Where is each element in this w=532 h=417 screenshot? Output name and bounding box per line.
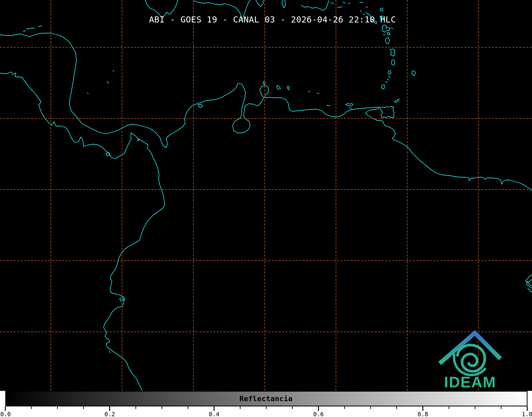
island-curacao [277,85,280,89]
coastline-amazon-river-bank-c [528,288,532,292]
colorbar-tick-label: 1.0 [522,411,532,417]
coastline-puerto-rico-south-coast [301,1,329,11]
island-barbuda [380,8,383,11]
island-puna [120,298,124,301]
island-grenada [381,85,385,89]
island-roatan [26,28,34,29]
island-coche [349,108,351,108]
island-lobos-de-tierra [110,351,110,353]
logo-roof-icon [441,333,499,362]
island-bonaire [287,86,289,90]
coastline-pacific-coast [0,72,165,391]
island-marie-galante [387,33,390,35]
island-st-vincent [388,70,391,74]
island-st-barth [366,7,368,7]
island-saba [360,11,361,12]
island-orchila [317,93,319,94]
satellite-figure: IDEAM ABI - GOES 19 - CANAL 03 - 2026-04… [0,0,532,417]
island-st-lucia [392,60,395,65]
island-corn-island [87,93,88,94]
island-los-roques [308,91,310,92]
island-st-martin [360,2,363,3]
island-dominica [385,38,389,44]
island-grenadines-b [387,79,389,80]
island-guadeloupe [382,25,390,32]
island-les-saintes [383,35,385,35]
island-st-croix [338,7,342,7]
island-guanaja [38,26,42,26]
island-grenadines-c [386,81,387,83]
coastline-mona-fragment [282,0,285,8]
island-barbados [412,71,416,76]
island-margarita [346,103,353,106]
island-san-andres [107,81,108,83]
colorbar-tick-label: 0.0 [0,411,11,417]
image-title: ABI - GOES 19 - CANAL 03 - 2026-04-26 22… [0,15,532,25]
island-vieques [331,3,334,4]
colorbar-tick-label: 0.2 [104,411,115,417]
island-tortuga [327,105,330,106]
island-utila [23,31,25,31]
logo-text: IDEAM [444,373,496,391]
island-la-desirade [391,28,393,29]
island-virgin-isles-b [348,3,350,4]
island-cienaga-santa-marta [198,104,203,108]
colorbar-tick-label: 0.8 [418,411,428,417]
coastline-caribbean-mainland-coast [0,33,532,190]
island-providencia [113,70,114,71]
island-tobago [394,99,399,103]
coastline-amazon-river-bank-a [525,274,532,282]
coastline-barahona-fragment [256,0,263,7]
colorbar-ticks: 0.00.20.40.60.81.0 [0,406,532,417]
colorbar-label: Reflectancia [0,395,532,403]
island-virgin-isles-a [343,2,345,3]
colorbar-tick-label: 0.4 [209,411,219,417]
colorbar-tick-label: 0.6 [313,411,324,417]
map-area: IDEAM ABI - GOES 19 - CANAL 03 - 2026-04… [0,0,532,391]
island-martinique [390,49,395,56]
island-aruba [263,81,265,85]
ideam-logo: IDEAM [435,327,504,393]
island-trinidad [380,107,394,118]
island-grenadines-a [388,76,390,77]
logo-hurricane-swirl-icon [457,345,485,372]
